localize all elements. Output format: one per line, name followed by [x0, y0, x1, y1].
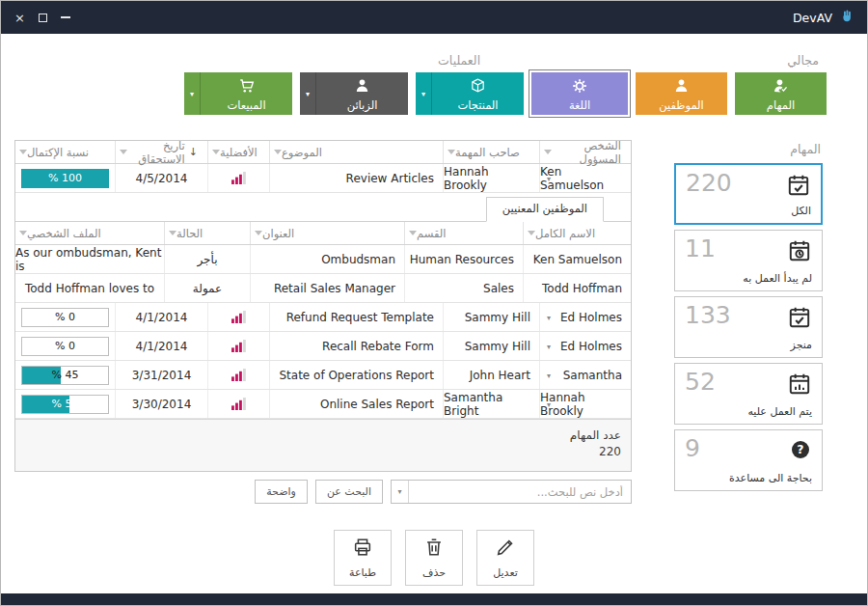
detail-row[interactable]: As our ombudsman, Kent is بأجر Ombudsman… — [15, 245, 631, 274]
find-button[interactable]: البحث عن — [315, 480, 383, 504]
row-detail-section: الموظفين المعنيين الملف الشخصي الحالة ال… — [15, 193, 631, 303]
sidebar-tile-in-progress[interactable]: 52 يتم العمل عليه — [674, 363, 823, 425]
table-row[interactable]: % 100 4/5/2014 Review Articles Hannah Br… — [15, 164, 631, 193]
sidebar-tile-not-started[interactable]: 11 لم يبدأ العمل به — [674, 230, 823, 291]
column-header-subject[interactable]: الموضوع — [269, 141, 443, 163]
completion-cell: % 45 — [15, 361, 115, 389]
progress-bar: % 100 — [21, 169, 109, 188]
sidebar-tile-completed[interactable]: 133 منجز — [674, 296, 823, 358]
subject-cell: Online Sales Report — [269, 390, 443, 418]
svg-text:?: ? — [797, 442, 803, 456]
responsible-cell: ▾Hannah Brookly — [539, 390, 631, 418]
help-circle-icon: ? — [789, 438, 812, 465]
owner-cell: Sammy Hill — [443, 332, 539, 360]
department-cell: Sales — [404, 274, 523, 302]
column-header-responsible[interactable]: الشخص المسؤول — [539, 141, 631, 163]
ribbon-tile-employees[interactable]: الموظفين — [636, 72, 727, 115]
filter-icon[interactable] — [274, 150, 282, 154]
column-header-title[interactable]: العنوان — [250, 222, 404, 244]
column-header-due-date[interactable]: ↓تاريخ الاستحقاق — [115, 141, 207, 163]
minimize-button[interactable] — [61, 16, 70, 18]
person-icon — [673, 77, 690, 94]
responsible-cell: ▾Samantha — [539, 361, 631, 389]
table-row[interactable]: % 45 3/31/2014 State of Operations Repor… — [15, 361, 631, 390]
filter-icon[interactable] — [544, 150, 552, 154]
tile-count: 220 — [686, 170, 732, 197]
summary-value: 220 — [15, 444, 621, 460]
filter-icon[interactable] — [528, 231, 535, 235]
ribbon-tile-products[interactable]: ▾ المنتجات — [416, 72, 524, 115]
ribbon-tile-tasks[interactable]: المهام — [735, 72, 827, 115]
edit-button[interactable]: تعديل — [476, 530, 534, 586]
table-row[interactable]: % 0 4/1/2014 Refund Request Template Sam… — [15, 303, 631, 332]
dropdown-arrow-icon[interactable]: ▾ — [184, 72, 201, 115]
tile-label: المهام — [767, 100, 795, 112]
priority-bars-icon — [207, 390, 269, 418]
column-header-priority[interactable]: الأفضلية — [207, 141, 269, 163]
chevron-down-icon[interactable]: ▾ — [547, 371, 551, 379]
filter-icon[interactable] — [169, 231, 176, 235]
chevron-down-icon[interactable]: ▾ — [547, 313, 551, 321]
ribbon-region-caption: مجالي — [787, 53, 819, 68]
clear-search-button[interactable]: واضحة — [255, 480, 308, 504]
gear-icon — [571, 77, 588, 95]
app-title: DevAV — [793, 11, 832, 25]
sidebar-caption: المهام — [674, 142, 821, 156]
column-header-profile[interactable]: الملف الشخصي — [15, 222, 164, 244]
table-row[interactable]: % 55 3/30/2014 Online Sales Report Saman… — [15, 390, 631, 419]
column-header-owner[interactable]: صاحب المهمة — [443, 141, 539, 163]
full-name-cell: Todd Hoffman — [523, 274, 631, 302]
summary-label: عدد المهام — [15, 427, 621, 444]
calendar-check-icon — [787, 305, 812, 334]
owner-cell: John Heart — [443, 361, 539, 389]
chevron-down-icon[interactable]: ▾ — [547, 174, 551, 182]
sidebar-tile-needs-help[interactable]: 9 ? بحاجة الى مساعدة — [674, 429, 823, 491]
delete-button[interactable]: حذف — [405, 530, 463, 586]
print-button[interactable]: طباعة — [334, 530, 392, 586]
detail-row[interactable]: Todd Hoffman loves to عمولة Retail Sales… — [15, 274, 631, 303]
calendar-progress-icon — [787, 372, 812, 400]
person-check-icon — [773, 77, 789, 94]
search-panel: واضحة البحث عن ▾ — [14, 480, 632, 504]
table-row[interactable]: % 0 4/1/2014 Recall Rebate Form Sammy Hi… — [15, 332, 631, 361]
tile-label: الموظفين — [659, 100, 703, 112]
filter-icon[interactable] — [19, 231, 27, 235]
filter-icon[interactable] — [255, 231, 262, 235]
app-brand: DevAV — [793, 9, 854, 26]
filter-icon[interactable] — [120, 150, 127, 154]
search-box: ▾ — [391, 480, 632, 504]
tile-count: 9 — [685, 435, 700, 462]
due-date-cell: 3/31/2014 — [115, 361, 207, 389]
completion-cell: % 55 — [15, 390, 115, 418]
ribbon-tile-language[interactable]: اللغة — [531, 72, 628, 115]
filter-icon[interactable] — [409, 231, 417, 235]
chevron-down-icon[interactable]: ▾ — [547, 342, 551, 350]
filter-icon[interactable] — [448, 150, 455, 154]
ribbon-tile-sales[interactable]: ▾ المبيعات — [184, 72, 292, 115]
dropdown-arrow-icon[interactable]: ▾ — [416, 72, 432, 115]
owner-cell: Hannah Brookly — [443, 164, 539, 192]
column-header-completion[interactable]: نسبة الإكتمال — [15, 141, 115, 163]
ribbon-tile-customers[interactable]: ▾ الزبائن — [300, 72, 408, 115]
filter-icon[interactable] — [19, 150, 27, 154]
search-input[interactable] — [409, 481, 631, 503]
sidebar-tile-all[interactable]: 220 الكل — [674, 163, 823, 225]
grid-header-row: نسبة الإكتمال ↓تاريخ الاستحقاق الأفضلية … — [15, 141, 631, 164]
column-header-department[interactable]: القسم — [404, 222, 523, 244]
maximize-button[interactable] — [39, 14, 47, 22]
search-dropdown-icon[interactable]: ▾ — [392, 481, 409, 503]
close-button[interactable]: × — [14, 12, 25, 24]
due-date-cell: 4/1/2014 — [115, 332, 207, 360]
bottom-toolbar: طباعة حذف تعديل — [1, 530, 867, 586]
column-header-full-name[interactable]: الاسم الكامل — [523, 222, 631, 244]
chevron-down-icon[interactable]: ▾ — [547, 399, 551, 408]
column-header-status[interactable]: الحالة — [164, 222, 250, 244]
titlebar: × DevAV — [1, 1, 867, 34]
tab-involved-employees[interactable]: الموظفين المعنيين — [486, 197, 604, 222]
filter-icon[interactable] — [212, 150, 220, 154]
tile-label: لم يبدأ العمل به — [743, 272, 812, 285]
tile-count: 52 — [685, 369, 716, 396]
trash-icon — [423, 537, 445, 562]
responsible-cell: ▾Ken Samuelson — [539, 164, 631, 192]
dropdown-arrow-icon[interactable]: ▾ — [300, 72, 316, 115]
